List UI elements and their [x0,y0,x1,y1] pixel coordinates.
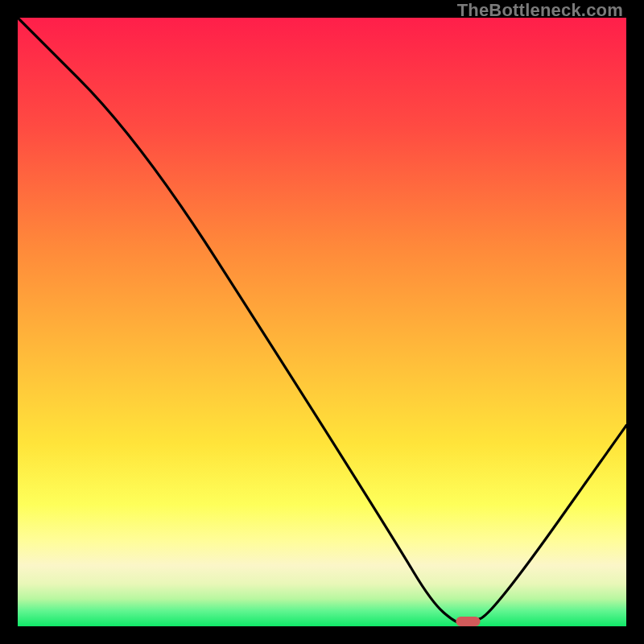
bottleneck-plot [18,18,626,626]
watermark-text: TheBottleneck.com [457,0,623,21]
chart-frame [18,18,626,626]
gradient-background [18,18,626,626]
optimum-marker [456,617,480,626]
